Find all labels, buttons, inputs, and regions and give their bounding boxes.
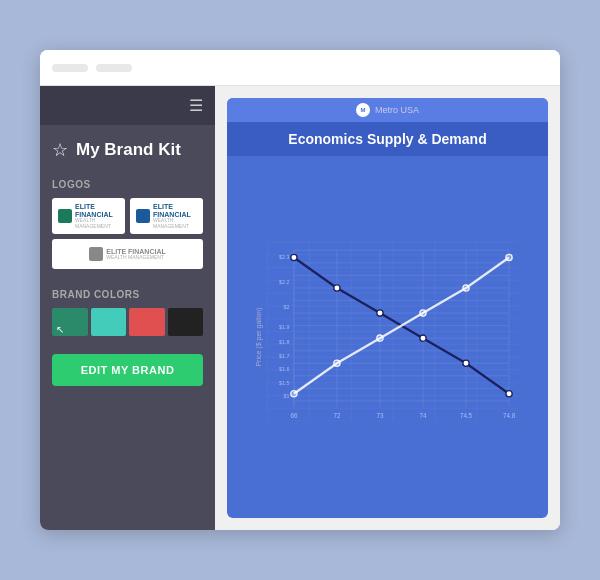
svg-text:$1.9: $1.9 [279, 324, 289, 330]
svg-point-28 [377, 335, 383, 341]
chart-area: M Metro USA Economics Supply & Demand Pr… [215, 86, 560, 530]
chart-svg: 66 72 73 74 74.5 74.8 $2.3 $2.2 $2 $1.9 … [267, 164, 518, 498]
svg-point-20 [291, 254, 297, 260]
color-swatch-4[interactable] [168, 308, 204, 336]
logo-box-2[interactable]: ELITE FINANCIAL WEALTH MANAGEMENT [130, 198, 203, 234]
chart-title-bar: Economics Supply & Demand [227, 122, 548, 156]
logo-box-3[interactable]: ELITE FINANCIAL WEALTH MANAGEMENT [52, 239, 203, 269]
star-icon: ☆ [52, 139, 68, 161]
svg-text:$1.6: $1.6 [279, 366, 289, 372]
chart-title: Economics Supply & Demand [288, 131, 486, 147]
svg-text:73: 73 [376, 412, 383, 419]
svg-text:74.8: 74.8 [503, 412, 516, 419]
title-bar [40, 50, 560, 86]
logos-section: LOGOS ELITE FINANCIAL WEALTH MANAGEMENT [40, 171, 215, 281]
color-swatch-1[interactable]: ↖ [52, 308, 88, 336]
cursor-icon: ↖ [56, 324, 66, 334]
svg-point-31 [506, 254, 512, 260]
sidebar-header: ☰ [40, 86, 215, 125]
svg-text:66: 66 [290, 412, 297, 419]
logo-main-text-1: ELITE FINANCIAL [75, 203, 119, 218]
svg-text:72: 72 [333, 412, 340, 419]
main-window: ☰ ☆ My Brand Kit LOGOS ELITE FINANCIAL W… [40, 50, 560, 530]
svg-text:74: 74 [419, 412, 426, 419]
svg-text:$1.5: $1.5 [279, 380, 289, 386]
y-axis-label: Price ($ per gallon) [255, 307, 262, 366]
logo-box-1[interactable]: ELITE FINANCIAL WEALTH MANAGEMENT [52, 198, 125, 234]
metro-logo: M [356, 103, 370, 117]
logos-grid: ELITE FINANCIAL WEALTH MANAGEMENT ELITE … [52, 198, 203, 269]
logo-sub-text-3: WEALTH MANAGEMENT [106, 255, 166, 261]
svg-point-22 [377, 310, 383, 316]
logo-icon-3 [89, 247, 103, 261]
svg-text:$2.3: $2.3 [279, 254, 289, 260]
logo-sub-text-2: WEALTH MANAGEMENT [153, 218, 197, 229]
svg-text:$2: $2 [283, 304, 289, 310]
color-swatch-3[interactable] [129, 308, 165, 336]
svg-text:$2.2: $2.2 [279, 279, 289, 285]
svg-point-23 [420, 335, 426, 341]
tab-1[interactable] [52, 64, 88, 72]
brand-colors-label: BRAND COLORS [52, 289, 203, 300]
svg-point-30 [463, 285, 469, 291]
logos-section-label: LOGOS [52, 179, 203, 190]
brand-kit-title-row: ☆ My Brand Kit [40, 125, 215, 171]
chart-card: M Metro USA Economics Supply & Demand Pr… [227, 98, 548, 518]
svg-point-25 [506, 391, 512, 397]
metro-text: Metro USA [375, 105, 419, 115]
svg-text:$1: $1 [283, 393, 289, 399]
colors-row: ↖ [52, 308, 203, 336]
svg-point-29 [420, 310, 426, 316]
svg-point-21 [334, 285, 340, 291]
logo-sub-text-1: WEALTH MANAGEMENT [75, 218, 119, 229]
color-swatch-2[interactable] [91, 308, 127, 336]
svg-point-26 [291, 391, 297, 397]
svg-text:74.5: 74.5 [460, 412, 473, 419]
logo-icon-2 [136, 209, 150, 223]
brand-colors-section: BRAND COLORS ↖ [40, 281, 215, 344]
sidebar: ☰ ☆ My Brand Kit LOGOS ELITE FINANCIAL W… [40, 86, 215, 530]
svg-text:$1.8: $1.8 [279, 339, 289, 345]
svg-text:$1.7: $1.7 [279, 353, 289, 359]
tab-2[interactable] [96, 64, 132, 72]
hamburger-icon[interactable]: ☰ [189, 96, 203, 115]
chart-body: Price ($ per gallon) [227, 156, 548, 518]
svg-point-27 [334, 360, 340, 366]
logo-main-text-2: ELITE FINANCIAL [153, 203, 197, 218]
svg-point-24 [463, 360, 469, 366]
logo-icon-1 [58, 209, 72, 223]
edit-brand-button[interactable]: EDIT MY BRAND [52, 354, 203, 386]
brand-kit-label: My Brand Kit [76, 140, 181, 160]
chart-branding-bar: M Metro USA [227, 98, 548, 122]
window-body: ☰ ☆ My Brand Kit LOGOS ELITE FINANCIAL W… [40, 86, 560, 530]
